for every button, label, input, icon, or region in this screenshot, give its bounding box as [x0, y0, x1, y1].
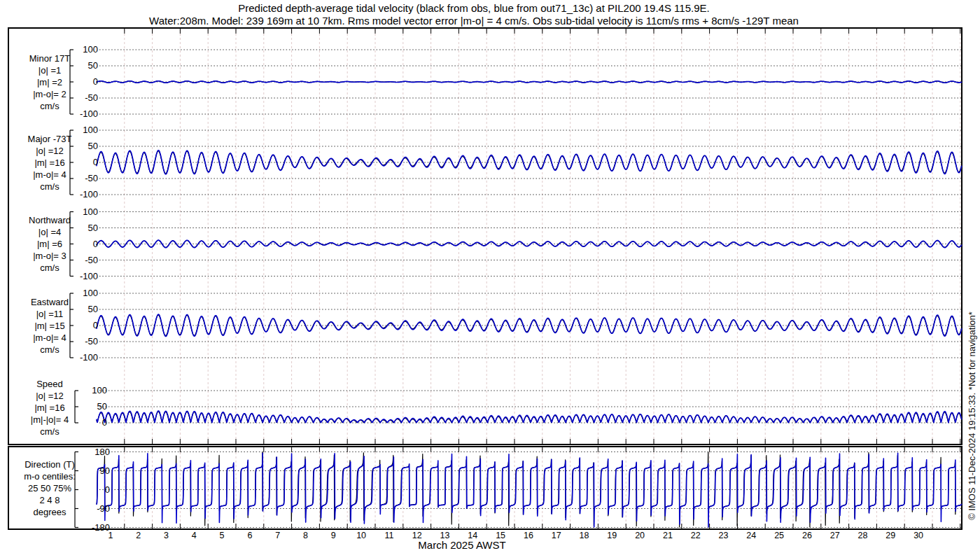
- y-tick-label: 0: [64, 321, 98, 330]
- y-tick-label: 50: [64, 62, 98, 70]
- x-tick-label: 8: [295, 531, 316, 540]
- x-tick-label: 10: [351, 531, 372, 540]
- y-tick-label: -90: [76, 505, 110, 513]
- x-tick-label: 28: [853, 531, 874, 540]
- y-tick-label: -50: [64, 94, 98, 102]
- y-tick-label: -100: [64, 354, 98, 362]
- y-tick-label: 0: [74, 419, 107, 427]
- y-tick-label: 100: [64, 208, 98, 216]
- x-tick-label: 7: [267, 531, 288, 540]
- y-tick-label: 50: [64, 305, 98, 314]
- y-tick-label: -50: [64, 256, 98, 265]
- x-axis-title: March 2025 AWST: [371, 539, 553, 551]
- x-tick-label: 22: [685, 531, 706, 540]
- x-tick-label: 27: [825, 531, 846, 540]
- y-tick-label: 0: [64, 158, 98, 167]
- x-tick-label: 4: [183, 531, 204, 540]
- tidal-velocity-chart: Predicted depth-average tidal velocity (…: [0, 0, 980, 560]
- y-tick-label: 0: [64, 78, 98, 86]
- y-tick-label: 50: [64, 142, 98, 150]
- y-tick-label: 100: [74, 386, 107, 395]
- y-tick-label: 100: [64, 46, 98, 54]
- copyright-watermark: © IMOS 11-Dec-2024 19:15:33. *Not for na…: [967, 312, 977, 520]
- y-tick-label: 0: [76, 486, 110, 494]
- y-tick-label: -50: [64, 337, 98, 346]
- x-tick-label: 9: [323, 531, 344, 540]
- y-tick-label: 50: [74, 402, 107, 411]
- y-tick-label: -50: [64, 174, 98, 183]
- x-tick-label: 19: [601, 531, 622, 540]
- y-tick-label: -100: [64, 110, 98, 118]
- y-tick-label: 0: [64, 240, 98, 248]
- y-tick-label: 180: [76, 448, 110, 456]
- x-tick-label: 29: [880, 531, 901, 540]
- y-tick-label: 50: [64, 224, 98, 232]
- y-tick-label: 100: [64, 289, 98, 298]
- x-tick-label: 2: [128, 531, 149, 540]
- chart-canvas: [0, 0, 980, 560]
- y-tick-label: 100: [64, 126, 98, 134]
- x-tick-label: 6: [239, 531, 260, 540]
- x-tick-label: 5: [211, 531, 232, 540]
- x-tick-label: 21: [657, 531, 678, 540]
- panel-units: cm/s: [6, 426, 94, 438]
- x-tick-label: 24: [741, 531, 762, 540]
- x-tick-label: 1: [100, 531, 121, 540]
- y-tick-label: -100: [64, 190, 98, 199]
- y-tick-label: 90: [76, 467, 110, 475]
- x-tick-label: 3: [156, 531, 177, 540]
- x-tick-label: 26: [797, 531, 818, 540]
- x-tick-label: 20: [629, 531, 650, 540]
- x-tick-label: 18: [574, 531, 595, 540]
- x-tick-label: 30: [908, 531, 929, 540]
- x-tick-label: 25: [769, 531, 790, 540]
- y-tick-label: -100: [64, 272, 98, 281]
- x-tick-label: 23: [713, 531, 734, 540]
